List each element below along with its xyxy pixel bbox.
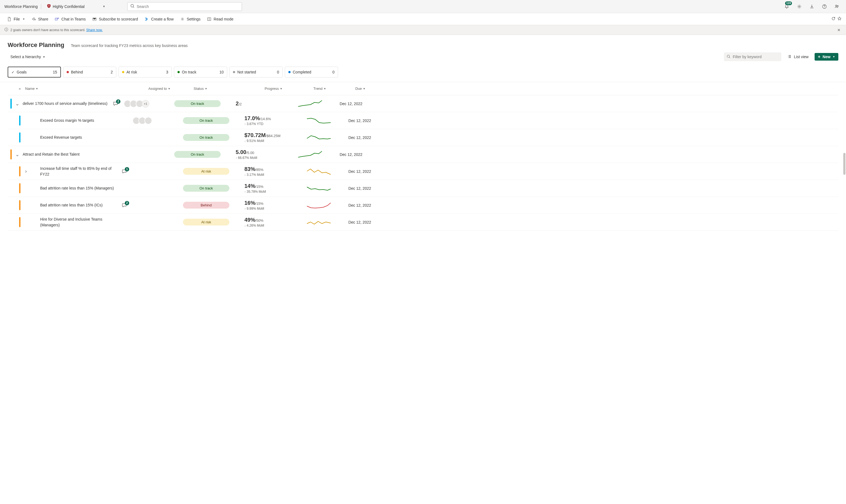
progress-cell: 2/2 — [228, 101, 285, 107]
status-tiles: ✓Goals15Behind2At risk3On track10Not sta… — [0, 65, 846, 82]
tile-count: 2 — [111, 70, 113, 74]
expand-toggle[interactable]: ⌄ — [12, 151, 23, 158]
goal-row[interactable]: Exceed Revenue targetsOn track$70.72M/$6… — [8, 129, 838, 146]
help-button[interactable] — [820, 2, 829, 11]
goal-row[interactable]: Exceed Gross margin % targetsOn track17.… — [8, 112, 838, 129]
avatar-stack[interactable] — [132, 117, 176, 125]
status-pill: On track — [183, 117, 229, 124]
teams-icon: T — [55, 17, 59, 21]
due-date: Dec 12, 2022 — [332, 136, 376, 140]
status-pill: At risk — [183, 219, 229, 226]
col-due-header[interactable]: Due▼ — [326, 87, 365, 91]
status-dot — [122, 71, 124, 73]
due-date: Dec 12, 2022 — [332, 203, 376, 208]
goal-name: Bad attrition rate less than 15% (ICs) — [40, 202, 122, 208]
goal-row[interactable]: ⌄deliver 1700 hours of service annually … — [8, 95, 838, 112]
svg-line-1 — [133, 7, 134, 8]
col-progress-header[interactable]: Progress▼ — [231, 87, 282, 91]
row-stripe — [19, 115, 20, 126]
goals-grid: » Name▼ Assigned to▼ Status▼ Progress▼ T… — [0, 82, 846, 231]
progress-cell: 16%/15%↑ 9.99% MoM — [236, 200, 293, 211]
goal-row[interactable]: Bad attrition rate less than 15% (Manage… — [8, 180, 838, 197]
row-stripe — [19, 183, 20, 193]
notifications-button[interactable]: 119 — [782, 2, 791, 11]
expand-toggle[interactable]: › — [20, 168, 31, 174]
list-view-button[interactable]: List view — [785, 53, 811, 61]
sparkline — [306, 167, 332, 176]
goal-name: Exceed Revenue targets — [40, 134, 122, 140]
subscribe-button[interactable]: Subscribe to scorecard — [90, 15, 141, 23]
banner-link[interactable]: Share now. — [86, 28, 103, 32]
tile-behind[interactable]: Behind2 — [63, 67, 116, 77]
people-button[interactable] — [832, 2, 842, 11]
due-date: Dec 12, 2022 — [332, 186, 376, 191]
tile-not-started[interactable]: Not started0 — [229, 67, 283, 77]
comments-button[interactable]: 2 — [122, 202, 127, 208]
goal-row[interactable]: ⌄Attract and Retain the Best TalentOn tr… — [8, 146, 838, 163]
svg-point-18 — [727, 55, 730, 57]
command-bar: File ▼ Share T Chat in Teams Subscribe t… — [0, 13, 846, 25]
svg-point-17 — [6, 29, 6, 29]
sensitivity-dropdown[interactable]: Highly Confidential ▼ — [44, 3, 108, 10]
tile-completed[interactable]: Completed0 — [285, 67, 338, 77]
avatar-stack[interactable]: +1 — [124, 100, 167, 108]
search-icon — [727, 55, 731, 59]
comment-count: 1 — [125, 167, 129, 172]
row-stripe — [19, 132, 20, 143]
assigned-cell: +1 — [124, 100, 167, 108]
read-mode-button[interactable]: Read mode — [204, 15, 236, 23]
file-icon — [7, 17, 12, 21]
chevron-down-icon: ▼ — [42, 55, 45, 58]
notification-badge: 119 — [785, 1, 792, 5]
col-status-header[interactable]: Status▼ — [170, 87, 231, 91]
tile-goals[interactable]: ✓Goals15 — [8, 67, 61, 77]
progress-cell: 49%/50%↓ 4.26% MoM — [236, 217, 293, 228]
svg-point-0 — [131, 4, 133, 7]
settings-menu-button[interactable]: Settings — [178, 15, 203, 23]
svg-point-2 — [787, 8, 787, 8]
hierarchy-dropdown[interactable]: Select a hierarchy ▼ — [8, 53, 48, 60]
settings-button[interactable] — [795, 2, 804, 11]
row-stripe — [19, 217, 20, 227]
status-pill: Behind — [183, 202, 229, 209]
file-menu[interactable]: File ▼ — [4, 15, 28, 23]
new-button[interactable]: + New ▼ — [815, 53, 838, 60]
col-trend-header[interactable]: Trend▼ — [288, 87, 326, 91]
comments-button[interactable]: 1 — [122, 169, 127, 174]
tile-count: 0 — [277, 70, 279, 74]
search-input[interactable] — [137, 4, 239, 9]
tile-label: Goals — [17, 70, 27, 74]
share-button[interactable]: Share — [29, 15, 51, 23]
filter-input[interactable] — [733, 55, 780, 59]
tile-count: 10 — [219, 70, 224, 74]
search-input-wrapper[interactable] — [127, 2, 242, 11]
status-pill: On track — [174, 151, 221, 158]
tile-on-track[interactable]: On track10 — [174, 67, 227, 77]
favorite-button[interactable] — [837, 16, 842, 22]
goal-name: Bad attrition rate less than 15% (Manage… — [40, 185, 122, 191]
comments-button[interactable]: 2 — [113, 101, 118, 107]
goal-row[interactable]: ›Increase full time staff % to 85% by en… — [8, 163, 838, 180]
expand-toggle[interactable]: ⌄ — [12, 101, 23, 107]
col-assigned-header[interactable]: Assigned to▼ — [121, 87, 170, 91]
filter-input-wrapper[interactable] — [724, 52, 781, 61]
grid-header: » Name▼ Assigned to▼ Status▼ Progress▼ T… — [8, 82, 838, 95]
chat-teams-button[interactable]: T Chat in Teams — [52, 15, 89, 23]
trend-cell — [293, 184, 332, 193]
col-name-header[interactable]: Name▼ — [25, 87, 121, 91]
tile-count: 0 — [332, 70, 335, 74]
create-flow-button[interactable]: Create a flow — [142, 15, 176, 23]
download-button[interactable] — [807, 2, 816, 11]
expand-all-icon[interactable]: » — [19, 87, 21, 91]
tile-at-risk[interactable]: At risk3 — [119, 67, 172, 77]
refresh-button[interactable] — [831, 16, 835, 22]
trend-cell — [293, 167, 332, 176]
due-date: Dec 12, 2022 — [323, 152, 367, 157]
goal-row[interactable]: Bad attrition rate less than 15% (ICs)2B… — [8, 197, 838, 214]
goal-row[interactable]: Hire for Diverse and Inclusive Teams (Ma… — [8, 214, 838, 231]
chevron-down-icon: ▼ — [103, 5, 105, 8]
goal-name: Increase full time staff % to 85% by end… — [40, 166, 122, 177]
chevron-down-icon: ▼ — [833, 55, 835, 58]
scrollbar-thumb[interactable] — [843, 153, 845, 175]
close-banner-button[interactable]: ✕ — [836, 27, 842, 33]
